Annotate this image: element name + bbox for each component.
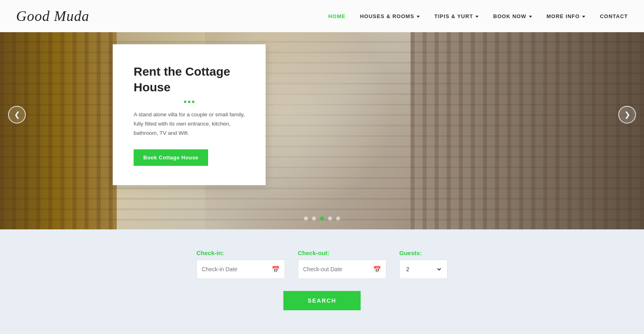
- nav-item-home[interactable]: HOME: [328, 13, 345, 19]
- guests-group: Guests: 12345678: [399, 249, 448, 279]
- nav-chevron-4: [582, 16, 585, 18]
- book-cottage-button[interactable]: Book Cottage House: [134, 149, 208, 166]
- checkout-input-wrap: 📅: [298, 260, 386, 279]
- nav-item-tipis---yurt[interactable]: TIPIS & YURT: [434, 13, 479, 19]
- checkin-label: Check-in:: [196, 249, 285, 256]
- divider-dot-1: [184, 101, 186, 103]
- slide-dots: [304, 216, 340, 221]
- nav-chevron-2: [475, 16, 479, 18]
- slide-dot-4[interactable]: [328, 216, 332, 221]
- slide-dot-3[interactable]: [320, 216, 324, 221]
- nav-item-more-info[interactable]: MORE INFO: [547, 13, 586, 19]
- checkin-calendar-icon: 📅: [272, 266, 280, 273]
- slide-dot-5[interactable]: [336, 216, 340, 221]
- checkout-label: Check-out:: [298, 249, 386, 256]
- checkin-input[interactable]: [202, 266, 268, 272]
- slide-dot-1[interactable]: [304, 216, 308, 221]
- hero-bg-left: [0, 32, 117, 229]
- checkin-group: Check-in: 📅: [196, 249, 285, 279]
- prev-slide-button[interactable]: ❮: [8, 106, 26, 124]
- checkin-input-wrap: 📅: [196, 260, 285, 279]
- nav-chevron-1: [417, 16, 420, 18]
- main-nav: HOMEHOUSES & ROOMSTIPIS & YURTBOOK NOWMO…: [328, 13, 628, 19]
- nav-item-contact[interactable]: CONTACT: [600, 13, 628, 19]
- guests-input-wrap: 12345678: [399, 260, 448, 279]
- slide-divider: [134, 101, 245, 103]
- checkout-calendar-icon: 📅: [373, 266, 381, 273]
- next-slide-button[interactable]: ❯: [618, 106, 636, 124]
- divider-dot-3: [192, 101, 194, 103]
- nav-item-book-now[interactable]: BOOK NOW: [493, 13, 532, 19]
- booking-fields: Check-in: 📅 Check-out: 📅 Guests: 1234567…: [196, 249, 448, 279]
- site-header: Good Muda HOMEHOUSES & ROOMSTIPIS & YURT…: [0, 0, 644, 32]
- nav-chevron-3: [529, 16, 532, 18]
- guests-label: Guests:: [399, 249, 448, 256]
- checkout-input[interactable]: [303, 266, 370, 272]
- site-logo[interactable]: Good Muda: [16, 8, 89, 25]
- hero-section: ❮ Rent the Cottage House A stand alone v…: [0, 0, 644, 229]
- slide-description: A stand alone villa for a couple or smal…: [134, 110, 245, 138]
- nav-item-houses---rooms[interactable]: HOUSES & ROOMS: [360, 13, 420, 19]
- hero-bg-right: [411, 32, 644, 229]
- checkout-group: Check-out: 📅: [298, 249, 386, 279]
- divider-dot-2: [188, 101, 190, 103]
- search-button[interactable]: SEARCH: [283, 291, 360, 310]
- slide-card: Rent the Cottage House A stand alone vil…: [113, 44, 266, 185]
- booking-section: Check-in: 📅 Check-out: 📅 Guests: 1234567…: [0, 229, 644, 334]
- guests-select[interactable]: 12345678: [405, 266, 442, 273]
- slide-dot-2[interactable]: [312, 216, 316, 221]
- slide-title: Rent the Cottage House: [134, 64, 245, 95]
